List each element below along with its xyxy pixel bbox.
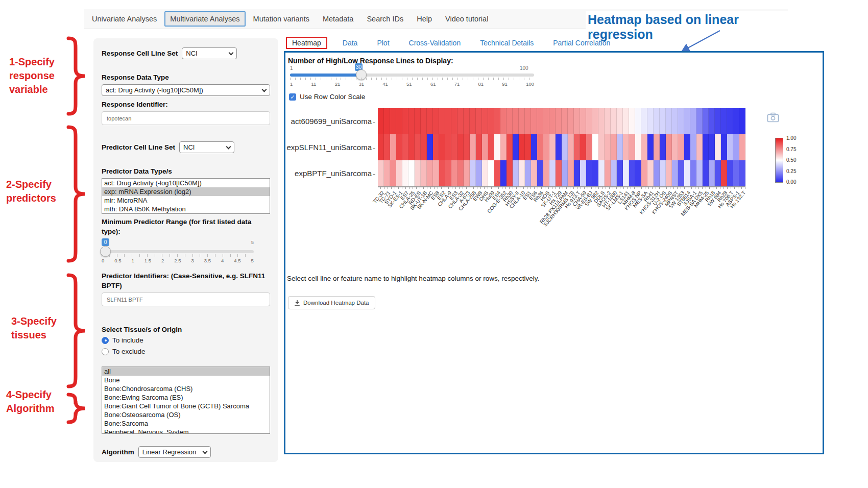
heatmap-cell[interactable]: [415, 160, 421, 186]
heatmap-cell[interactable]: [641, 134, 647, 160]
heatmap-cell[interactable]: [568, 108, 574, 134]
heatmap-cell[interactable]: [672, 108, 678, 134]
heatmap-cell[interactable]: [500, 134, 507, 160]
heatmap-cell[interactable]: [433, 160, 439, 186]
heatmap-cell[interactable]: [421, 108, 427, 134]
heatmap-cell[interactable]: [574, 134, 580, 160]
heatmap-cell[interactable]: [647, 160, 654, 186]
heatmap-cell[interactable]: [739, 160, 745, 186]
heatmap-cell[interactable]: [666, 108, 672, 134]
heatmap-cell[interactable]: [500, 108, 507, 134]
heatmap-cell[interactable]: [464, 160, 470, 186]
heatmap-cell[interactable]: [402, 160, 408, 186]
heatmap-cell[interactable]: [494, 134, 500, 160]
heatmap-cell[interactable]: [715, 108, 721, 134]
heatmap-cell[interactable]: [733, 134, 739, 160]
heatmap-cell[interactable]: [537, 134, 543, 160]
camera-icon[interactable]: [767, 112, 779, 123]
heatmap-cell[interactable]: [384, 108, 390, 134]
heatmap-cell[interactable]: [666, 160, 672, 186]
heatmap-cell[interactable]: [549, 134, 556, 160]
row-color-scale-checkbox[interactable]: ✓: [289, 93, 296, 101]
heatmap-cell[interactable]: [451, 108, 457, 134]
heatmap-cell[interactable]: [439, 160, 445, 186]
heatmap-cell[interactable]: [488, 160, 494, 186]
option-bone[interactable]: Bone: [102, 376, 270, 384]
option-bone-sarcoma[interactable]: Bone:Sarcoma: [102, 419, 270, 428]
heatmap-cell[interactable]: [427, 108, 433, 134]
heatmap-cell[interactable]: [470, 134, 476, 160]
heatmap-cell[interactable]: [482, 108, 488, 134]
heatmap-cell[interactable]: [703, 134, 709, 160]
heatmap-row-label-expslfn11-unisarcoma[interactable]: expSLFN11_uniSarcoma: [284, 134, 376, 160]
include-radio[interactable]: [102, 337, 109, 344]
heatmap-cell[interactable]: [672, 160, 678, 186]
heatmap-cell[interactable]: [488, 134, 494, 160]
slider-track[interactable]: [102, 250, 254, 253]
heatmap-cell[interactable]: [445, 108, 451, 134]
heatmap-cell[interactable]: [525, 108, 531, 134]
heatmap-cell[interactable]: [488, 108, 494, 134]
heatmap-cell[interactable]: [629, 108, 635, 134]
heatmap-cell[interactable]: [678, 160, 684, 186]
heatmap-cell[interactable]: [513, 108, 519, 134]
heatmap-cell[interactable]: [605, 134, 611, 160]
heatmap-cell[interactable]: [586, 134, 592, 160]
heatmap-cell[interactable]: [439, 108, 445, 134]
heatmap-cell[interactable]: [408, 134, 415, 160]
heatmap-cell[interactable]: [390, 160, 396, 186]
heatmap-cell[interactable]: [427, 134, 433, 160]
nav-tab-help[interactable]: Help: [411, 11, 438, 27]
tab-partial-correlation[interactable]: Partial Correlation: [549, 37, 614, 49]
heatmap-cell[interactable]: [537, 160, 543, 186]
option-exp-mrna-expression-log2[interactable]: exp: mRNA Expression (log2): [102, 187, 270, 196]
heatmap-cell[interactable]: [629, 160, 635, 186]
option-mth-dna-850k-methylation[interactable]: mth: DNA 850K Methylation: [102, 205, 270, 213]
heatmap-cell[interactable]: [641, 108, 647, 134]
heatmap-cell[interactable]: [696, 134, 703, 160]
tab-data[interactable]: Data: [339, 37, 362, 49]
heatmap-cell[interactable]: [672, 134, 678, 160]
heatmap-cell[interactable]: [445, 160, 451, 186]
heatmap-cell[interactable]: [507, 134, 513, 160]
heatmap-cell[interactable]: [427, 160, 433, 186]
heatmap-cell[interactable]: [574, 160, 580, 186]
heatmap-cell[interactable]: [384, 160, 390, 186]
option-all[interactable]: all: [102, 367, 270, 376]
heatmap-cell[interactable]: [709, 160, 715, 186]
heatmap-cell[interactable]: [476, 108, 482, 134]
heatmap-row-label-expbptf-unisarcoma[interactable]: expBPTF_uniSarcoma: [284, 160, 376, 186]
heatmap-cell[interactable]: [611, 108, 617, 134]
nav-tab-multivariate-analyses[interactable]: Multivariate Analyses: [164, 11, 245, 27]
heatmap-cell[interactable]: [470, 160, 476, 186]
heatmap-cell[interactable]: [549, 108, 556, 134]
heatmap-cell[interactable]: [629, 134, 635, 160]
heatmap-cell[interactable]: [654, 134, 660, 160]
nav-tab-metadata[interactable]: Metadata: [317, 11, 359, 27]
heatmap-cell[interactable]: [396, 160, 402, 186]
heatmap-cell[interactable]: [660, 134, 666, 160]
heatmap-cell[interactable]: [451, 160, 457, 186]
heatmap-cell[interactable]: [415, 108, 421, 134]
tab-heatmap[interactable]: Heatmap: [286, 37, 327, 49]
heatmap-cell[interactable]: [690, 134, 696, 160]
download-heatmap-data-button[interactable]: Download Heatmap Data: [288, 296, 375, 309]
option-peripheral-nervous-system[interactable]: Peripheral_Nervous_System: [102, 428, 270, 434]
option-bone-giant-cell-tumor-of-bone-gctb-sarcoma[interactable]: Bone:Giant Cell Tumor of Bone (GCTB) Sar…: [102, 402, 270, 410]
heatmap-cell[interactable]: [586, 160, 592, 186]
option-bone-ewing-sarcoma-es[interactable]: Bone:Ewing Sarcoma (ES): [102, 393, 270, 402]
predictor-identifiers-input[interactable]: [102, 292, 270, 306]
heatmap-cell[interactable]: [562, 160, 568, 186]
heatmap-cell[interactable]: [384, 134, 390, 160]
heatmap-cell[interactable]: [635, 134, 641, 160]
heatmap-cell[interactable]: [654, 160, 660, 186]
heatmap-cell[interactable]: [531, 108, 537, 134]
lines-slider-track[interactable]: [290, 74, 534, 77]
heatmap-cell[interactable]: [433, 108, 439, 134]
heatmap-cell[interactable]: [519, 134, 525, 160]
heatmap-cell[interactable]: [537, 108, 543, 134]
heatmap-cell[interactable]: [556, 108, 562, 134]
heatmap-cell[interactable]: [611, 160, 617, 186]
heatmap-cell[interactable]: [408, 108, 415, 134]
heatmap-cell[interactable]: [568, 160, 574, 186]
